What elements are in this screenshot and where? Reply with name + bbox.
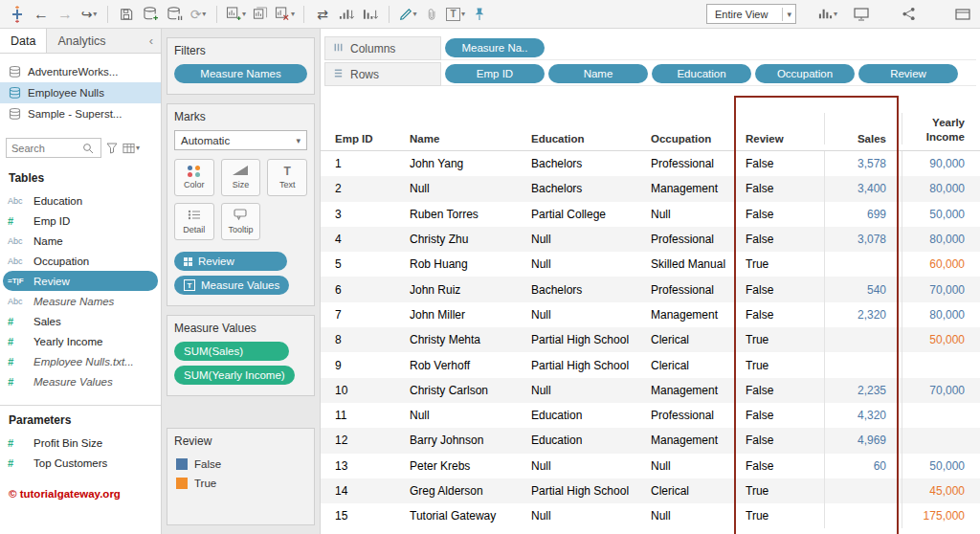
detail-icon xyxy=(188,210,201,222)
cell-yearly-income xyxy=(902,403,980,428)
rows-pill[interactable]: Emp ID xyxy=(445,64,545,83)
marks-card: Marks Automatic ▾ Color Size T Text xyxy=(167,103,315,306)
rows-shelf[interactable]: Emp IDNameEducationOccupationReview xyxy=(441,62,976,86)
field-item[interactable]: =T|F Review xyxy=(3,271,158,291)
legend-item[interactable]: False xyxy=(174,455,307,474)
mark-type-dropdown[interactable]: Automatic ▾ xyxy=(174,130,307,150)
header-sales[interactable]: Sales xyxy=(824,113,902,145)
header-emp-id[interactable]: Emp ID xyxy=(335,133,410,145)
marks-pill-review[interactable]: Review xyxy=(174,252,287,271)
rows-pill[interactable]: Review xyxy=(858,64,958,83)
cell-occupation: Null xyxy=(651,459,746,473)
back-icon[interactable]: ← xyxy=(32,4,51,25)
rows-pill[interactable]: Occupation xyxy=(755,64,855,83)
columns-pill[interactable]: Measure Na.. xyxy=(445,38,545,57)
collapse-pane-icon[interactable]: ‹ xyxy=(142,29,161,53)
highlight-icon[interactable]: ▾ xyxy=(398,4,417,25)
table-row[interactable]: 7 John Miller Null Management False 2,32… xyxy=(321,302,980,327)
filters-pill-measure-names[interactable]: Measure Names xyxy=(174,64,307,83)
share-icon[interactable] xyxy=(899,4,918,25)
sort-ascending-icon[interactable] xyxy=(337,4,356,25)
table-row[interactable]: 12 Barry Johnson Education Management Fa… xyxy=(321,428,980,453)
cell-review: False xyxy=(746,233,824,246)
table-row[interactable]: 4 Christy Zhu Null Professional False 3,… xyxy=(321,227,980,252)
search-box[interactable] xyxy=(6,138,101,158)
cell-emp-id: 12 xyxy=(335,434,410,447)
field-label: Measure Values xyxy=(33,376,113,388)
save-icon[interactable] xyxy=(117,4,136,25)
rows-pill[interactable]: Education xyxy=(652,64,751,83)
field-item[interactable]: Abc Name xyxy=(3,231,158,251)
table-row[interactable]: 3 Ruben Torres Partial College Null Fals… xyxy=(321,202,980,227)
field-item[interactable]: Abc Occupation xyxy=(3,251,158,271)
header-name[interactable]: Name xyxy=(410,133,531,145)
forward-icon[interactable]: → xyxy=(56,4,75,25)
swap-rows-columns-icon[interactable]: ⇄ xyxy=(313,4,332,25)
color-button[interactable]: Color xyxy=(174,159,214,196)
field-item[interactable]: # Measure Values xyxy=(3,371,158,391)
legend-item[interactable]: True xyxy=(174,474,307,493)
show-me-window-icon[interactable] xyxy=(953,4,972,25)
filter-fields-icon[interactable] xyxy=(106,143,118,154)
table-row[interactable]: 9 Rob Verhoff Partial High School Cleric… xyxy=(321,352,980,377)
columns-shelf[interactable]: Measure Na.. xyxy=(441,36,976,60)
measure-values-pill[interactable]: SUM(Yearly Income) xyxy=(174,366,295,385)
presentation-mode-icon[interactable] xyxy=(852,4,871,25)
field-item[interactable]: Abc Measure Names xyxy=(3,291,158,311)
text-label-icon[interactable]: T▾ xyxy=(446,4,465,25)
new-worksheet-icon[interactable]: ▾ xyxy=(226,4,246,25)
table-row[interactable]: 5 Rob Huang Null Skilled Manual True 60,… xyxy=(321,252,980,277)
table-row[interactable]: 2 Null Bachelors Management False 3,400 … xyxy=(321,176,980,201)
datasource-item[interactable]: Sample - Superst... xyxy=(0,103,161,124)
datasource-item[interactable]: Employee Nulls xyxy=(0,82,161,103)
fit-dropdown[interactable]: Entire View ▾ xyxy=(706,4,796,24)
field-item[interactable]: # Employee Nulls.txt... xyxy=(3,351,158,371)
field-item[interactable]: # Emp ID xyxy=(3,211,158,231)
sort-descending-icon[interactable] xyxy=(361,4,380,25)
duplicate-sheet-icon[interactable] xyxy=(251,4,270,25)
legend-swatch xyxy=(176,458,188,470)
size-button[interactable]: Size xyxy=(221,159,261,196)
rows-pill[interactable]: Name xyxy=(548,64,648,83)
table-row[interactable]: 15 Tutorial Gateway Null Null True 175,0… xyxy=(321,503,980,528)
text-button[interactable]: T Text xyxy=(267,159,307,196)
search-input[interactable] xyxy=(11,143,82,154)
new-data-source-icon[interactable] xyxy=(141,4,160,25)
undo-redo-icon[interactable]: ↪▾ xyxy=(79,4,99,25)
header-review[interactable]: Review xyxy=(746,133,824,145)
view-options-icon[interactable]: ▾ xyxy=(122,143,140,154)
table-row[interactable]: 1 John Yang Bachelors Professional False… xyxy=(321,151,980,176)
header-occupation[interactable]: Occupation xyxy=(651,133,746,145)
field-item[interactable]: # Sales xyxy=(3,311,158,331)
table-row[interactable]: 6 John Ruiz Bachelors Professional False… xyxy=(321,277,980,301)
table-row[interactable]: 10 Christy Carlson Null Management False… xyxy=(321,378,980,403)
tab-data[interactable]: Data xyxy=(0,29,47,53)
parameter-item[interactable]: # Top Customers xyxy=(3,453,158,473)
show-cards-icon[interactable]: ▾ xyxy=(818,4,837,25)
clear-sheet-icon[interactable]: ▾ xyxy=(275,4,295,25)
table-row[interactable]: 11 Null Education Professional False 4,3… xyxy=(321,403,980,428)
table-row[interactable]: 13 Peter Krebs Null Null False 60 50,000 xyxy=(321,454,980,478)
tab-analytics[interactable]: Analytics xyxy=(47,29,116,53)
refresh-icon[interactable]: ⟳▾ xyxy=(189,4,208,25)
tooltip-button[interactable]: Tooltip xyxy=(221,203,261,240)
color-legend-icon xyxy=(184,257,192,266)
datasource-item[interactable]: AdventureWorks... xyxy=(0,61,161,82)
cell-review: False xyxy=(746,182,824,195)
detail-button[interactable]: Detail xyxy=(174,203,214,240)
measure-values-pill[interactable]: SUM(Sales) xyxy=(174,342,289,361)
field-type-icon: # xyxy=(8,356,33,367)
field-item[interactable]: # Yearly Income xyxy=(3,331,158,351)
parameter-item[interactable]: # Profit Bin Size xyxy=(3,433,158,453)
attach-icon[interactable] xyxy=(422,4,441,25)
table-row[interactable]: 8 Christy Mehta Partial High School Cler… xyxy=(321,327,980,352)
header-education[interactable]: Education xyxy=(531,133,651,145)
field-item[interactable]: Abc Education xyxy=(3,190,158,211)
cell-yearly-income: 90,000 xyxy=(902,151,980,176)
header-yearly-income[interactable]: Yearly Income xyxy=(902,113,980,145)
marks-pill-measure-values[interactable]: T Measure Values xyxy=(174,276,289,295)
table-row[interactable]: 14 Greg Alderson Partial High School Cle… xyxy=(321,478,980,503)
fix-axes-icon[interactable] xyxy=(470,4,489,25)
measure-values-card: Measure Values SUM(Sales)SUM(Yearly Inco… xyxy=(167,315,315,396)
pause-updates-icon[interactable] xyxy=(165,4,184,25)
